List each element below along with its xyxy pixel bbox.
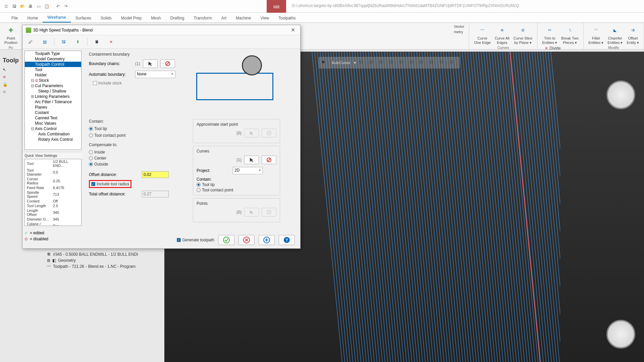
tree-tool-line[interactable]: #345 - 0.5000 BALL ENDMILL - 1/2 BULL EN…	[53, 252, 138, 257]
comp-inside-radio[interactable]	[89, 150, 93, 154]
operations-tree[interactable]: 🛠#345 - 0.5000 BALL ENDMILL - 1/2 BULL E…	[37, 251, 164, 269]
tree-item[interactable]: Canned Text	[25, 115, 81, 121]
vp-tool-3[interactable]: ◻	[379, 59, 386, 66]
trim-entities-button[interactable]: ✂Trim to Entities ▾	[541, 24, 558, 46]
curve-slice-button[interactable]: ⊘Curve Slice by Plane ▾	[513, 24, 533, 46]
curves-tooltip-radio[interactable]	[197, 183, 201, 187]
tab-model-prep[interactable]: Model Prep	[116, 14, 146, 22]
tree-item[interactable]: Steep / Shallow	[25, 88, 81, 94]
close-red-icon[interactable]: ✕	[3, 75, 23, 79]
expand-icon[interactable]: ⊞	[47, 258, 50, 263]
vp-tool-5[interactable]: ◻	[399, 59, 406, 66]
point-position-button[interactable]: + Point Position	[4, 24, 18, 46]
vp-tool-7[interactable]: ◻	[420, 59, 426, 66]
tab-solids[interactable]: Solids	[96, 14, 116, 22]
tab-drafting[interactable]: Drafting	[165, 14, 189, 22]
qat-clipboard-icon[interactable]: 📋	[43, 3, 50, 10]
tab-mesh[interactable]: Mesh	[146, 14, 165, 22]
tree-item[interactable]: ⊟⊘Stock	[25, 78, 81, 83]
tool-delete-btn[interactable]: ✕	[106, 37, 116, 47]
vp-tool-4[interactable]: ◻	[389, 59, 396, 66]
generate-toolpath-checkbox[interactable]	[177, 238, 181, 242]
comp-outside-radio[interactable]	[89, 162, 93, 166]
curve-one-edge-button[interactable]: 〰Curve One Edge	[473, 24, 491, 46]
qat-open-icon[interactable]: 📂	[19, 3, 26, 10]
tree-item[interactable]: Toolpath Type	[25, 51, 81, 56]
tab-file[interactable]: File	[7, 14, 22, 22]
vp-tool-9[interactable]: ◻	[440, 59, 446, 66]
offset-dist-input[interactable]	[142, 171, 169, 178]
vp-tool-10[interactable]: ◻	[450, 59, 457, 66]
tab-wireframe[interactable]: Wireframe	[43, 13, 70, 22]
offset-entity-button[interactable]: ⇉Offset Entity ▾	[626, 24, 640, 46]
select-arrow-icon[interactable]: ↖	[3, 67, 23, 72]
vp-tool-6[interactable]: ◻	[410, 59, 416, 66]
dialog-close-button[interactable]: ✕	[289, 26, 297, 34]
tab-transform[interactable]: Transform	[189, 14, 217, 22]
qat-save-icon[interactable]: 🖫	[11, 3, 18, 10]
add-button[interactable]	[259, 235, 275, 245]
qat-new-icon[interactable]: 🗋	[3, 3, 10, 10]
tree-item[interactable]: Toolpath Control	[25, 62, 81, 67]
tree-item[interactable]: Tool	[25, 67, 81, 72]
qat-redo-icon[interactable]: ↷	[62, 3, 70, 10]
curves-contact-radio[interactable]	[197, 188, 201, 192]
divide-button[interactable]: ✕Divide	[544, 46, 579, 51]
qat-screen-icon[interactable]: ▭	[35, 3, 42, 10]
tree-item[interactable]: Planes	[25, 105, 81, 110]
tool-save-btn[interactable]: 🖫	[59, 37, 68, 47]
qat-undo-icon[interactable]: ↶	[54, 3, 62, 10]
tool-btn-1[interactable]: 🖊	[26, 37, 35, 47]
dialog-tree[interactable]: Toolpath TypeModel GeometryToolpath Cont…	[24, 51, 82, 150]
tab-home[interactable]: Home	[22, 14, 43, 22]
dialog-titlebar[interactable]: 3D High Speed Toolpaths - Blend ✕	[22, 25, 300, 35]
chamfer-button[interactable]: ◣Chamfer Entities ▾	[607, 24, 623, 46]
tree-item[interactable]: Coolant	[25, 110, 81, 115]
comp-center-radio[interactable]	[89, 156, 93, 160]
include-tool-radius-checkbox[interactable]	[91, 182, 95, 186]
tree-item[interactable]: Rotary Axis Control	[25, 137, 81, 142]
help-button[interactable]: ?	[279, 235, 295, 245]
tree-item[interactable]: ⊞Linking Parameters	[25, 94, 81, 99]
wave-icon[interactable]: ≋	[3, 89, 23, 94]
vp-tool-1[interactable]: ◻	[359, 59, 366, 66]
lock-icon[interactable]: 🔒	[3, 82, 23, 87]
tree-item[interactable]: Holder	[25, 72, 81, 78]
ok-button[interactable]	[218, 235, 234, 245]
tab-toolpaths[interactable]: Toolpaths	[274, 14, 300, 22]
tree-item[interactable]: Arc Filter / Tolerance	[25, 99, 81, 105]
tree-item[interactable]: Axis Combination	[25, 131, 81, 137]
curves-select-button[interactable]	[244, 156, 259, 164]
contain-tooltip-radio[interactable]	[89, 127, 93, 131]
tree-toolpath-line[interactable]: Toolpath - 721.2K - Blend ex - 1.NC - Pr…	[53, 264, 136, 269]
tree-item[interactable]: ⊟Cut Parameters	[25, 83, 81, 88]
vp-tool-8[interactable]: ◻	[430, 59, 436, 66]
tab-surfaces[interactable]: Surfaces	[71, 14, 96, 22]
curves-clear-button[interactable]	[262, 156, 276, 164]
boundary-clear-button[interactable]	[160, 59, 175, 68]
tree-geometry-line[interactable]: Geometry	[58, 258, 76, 263]
tool-calc-btn[interactable]: 🖩	[92, 37, 102, 47]
contain-contact-radio[interactable]	[89, 133, 93, 137]
rotation-gnomon-bottom[interactable]	[606, 320, 635, 349]
rotation-gnomon-top[interactable]	[606, 80, 635, 109]
fillet-button[interactable]: ◠Fillet Entities ▾	[588, 24, 604, 46]
context-tab-mill[interactable]: Mill	[267, 0, 286, 13]
viewport-toolbar[interactable]: ◆ AutoCursor ▾ ◻ ◻ ◻ ◻ ◻ ◻ ◻ ◻ ◻ ◻	[319, 57, 460, 68]
break-two-button[interactable]: ⑊Break Two Pieces ▾	[560, 24, 579, 46]
tree-item[interactable]: Model Geometry	[25, 56, 81, 62]
autocursor-icon[interactable]: ◆	[322, 59, 328, 66]
tree-item[interactable]: ⊟Axis Control	[25, 126, 81, 131]
qat-print-icon[interactable]: 🖶	[27, 3, 34, 10]
cancel-button[interactable]	[238, 235, 255, 245]
tab-view[interactable]: View	[256, 14, 274, 22]
project-select[interactable]: 2D	[233, 167, 263, 174]
tree-item[interactable]: Misc Values	[25, 121, 81, 126]
curve-all-edges-button[interactable]: ≋Curve All Edges	[494, 24, 510, 46]
tab-machine[interactable]: Machine	[231, 14, 256, 22]
auto-boundary-select[interactable]: None	[135, 71, 175, 78]
include-stock-checkbox[interactable]	[93, 81, 97, 85]
tool-import-btn[interactable]: ⬆	[73, 37, 83, 47]
tab-art[interactable]: Art	[217, 14, 231, 22]
boundary-select-button[interactable]	[143, 59, 158, 68]
